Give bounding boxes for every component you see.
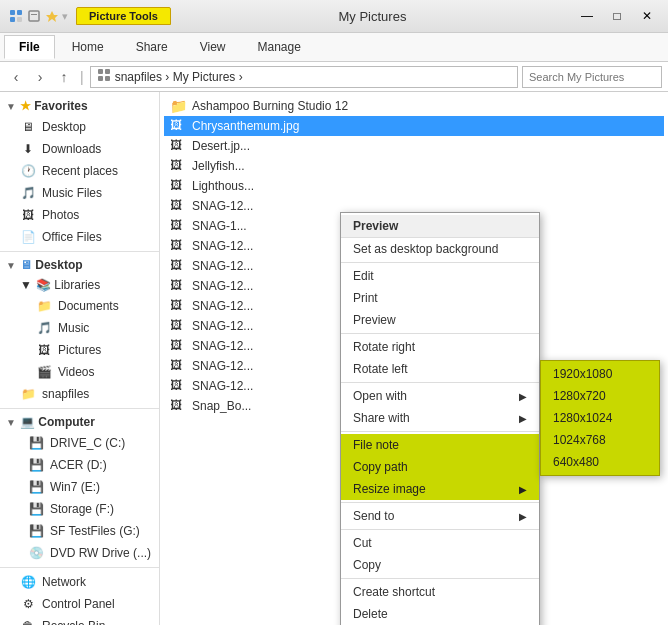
ctx-send-to[interactable]: Send to ▶	[341, 505, 539, 527]
image-icon: 🖼	[170, 278, 186, 294]
ctx-send-to-label: Send to	[353, 509, 394, 523]
file-name: Desert.jp...	[192, 139, 250, 153]
divider-1	[0, 251, 159, 252]
ctx-sep-1	[341, 262, 539, 263]
downloads-icon: ⬇	[20, 141, 36, 157]
submenu-item-720[interactable]: 1280x720	[541, 385, 659, 407]
title-bar-tools: ▾	[8, 8, 68, 24]
sidebar-item-network[interactable]: 🌐 Network	[0, 571, 159, 593]
drive-f-label: Storage (F:)	[50, 502, 114, 516]
libraries-icon: 📚	[36, 278, 51, 292]
ctx-edit[interactable]: Edit	[341, 265, 539, 287]
sidebar-item-drive-e[interactable]: 💾 Win7 (E:)	[0, 476, 159, 498]
titlebar-icon-2	[26, 8, 42, 24]
svg-rect-10	[105, 76, 110, 81]
picture-tools-tab: Picture Tools	[76, 7, 171, 25]
sidebar-item-pictures-lib[interactable]: 🖼 Pictures	[0, 339, 159, 361]
sidebar-item-drive-d[interactable]: 💾 ACER (D:)	[0, 454, 159, 476]
network-icon: 🌐	[20, 574, 36, 590]
file-item-desert[interactable]: 🖼 Desert.jp...	[164, 136, 664, 156]
tab-view[interactable]: View	[185, 35, 241, 59]
sidebar-item-snapfiles[interactable]: 📁 snapfiles	[0, 383, 159, 405]
sidebar-item-recent[interactable]: 🕐 Recent places	[0, 160, 159, 182]
ctx-resize-image[interactable]: Resize image ▶	[341, 478, 539, 500]
maximize-button[interactable]: □	[604, 7, 630, 25]
folder-icon: 📁	[170, 98, 186, 114]
ctx-file-note[interactable]: File note	[341, 434, 539, 456]
dvd-label: DVD RW Drive (...)	[50, 546, 151, 560]
svg-rect-0	[10, 10, 15, 15]
sidebar-item-recycle-bin[interactable]: 🗑 Recycle Bin	[0, 615, 159, 625]
sidebar-item-desktop[interactable]: 🖥 Desktop	[0, 116, 159, 138]
address-path[interactable]: snapfiles › My Pictures ›	[90, 66, 518, 88]
sidebar-item-music-lib[interactable]: 🎵 Music	[0, 317, 159, 339]
file-item-lighthouse[interactable]: 🖼 Lighthous...	[164, 176, 664, 196]
drive-d-label: ACER (D:)	[50, 458, 107, 472]
sidebar-item-documents[interactable]: 📁 Documents	[0, 295, 159, 317]
ctx-create-shortcut[interactable]: Create shortcut	[341, 581, 539, 603]
file-name: Lighthous...	[192, 179, 254, 193]
resize-submenu: 1920x1080 1280x720 1280x1024 1024x768 64…	[540, 360, 660, 476]
computer-header[interactable]: ▼ 💻 Computer	[0, 412, 159, 432]
file-item-jellyfish[interactable]: 🖼 Jellyfish...	[164, 156, 664, 176]
ctx-copy[interactable]: Copy	[341, 554, 539, 576]
ctx-print[interactable]: Print	[341, 287, 539, 309]
drive-d-icon: 💾	[28, 457, 44, 473]
file-name: SNAG-12...	[192, 299, 253, 313]
music-label: Music Files	[42, 186, 102, 200]
sidebar-item-libraries[interactable]: ▼ 📚 Libraries	[0, 275, 159, 295]
computer-icon: 💻	[20, 415, 35, 429]
sidebar-item-control-panel[interactable]: ⚙ Control Panel	[0, 593, 159, 615]
close-button[interactable]: ✕	[634, 7, 660, 25]
sidebar-item-drive-g[interactable]: 💾 SF TestFiles (G:)	[0, 520, 159, 542]
submenu-item-1024h[interactable]: 1280x1024	[541, 407, 659, 429]
ribbon: File Home Share View Manage	[0, 33, 668, 62]
submenu-item-1080[interactable]: 1920x1080	[541, 363, 659, 385]
ctx-preview[interactable]: Preview	[341, 309, 539, 331]
ctx-open-with[interactable]: Open with ▶	[341, 385, 539, 407]
back-button[interactable]: ‹	[6, 67, 26, 87]
forward-button[interactable]: ›	[30, 67, 50, 87]
submenu-item-768[interactable]: 1024x768	[541, 429, 659, 451]
sidebar-item-downloads[interactable]: ⬇ Downloads	[0, 138, 159, 160]
sidebar-item-dvd[interactable]: 💿 DVD RW Drive (...)	[0, 542, 159, 564]
svg-rect-7	[98, 69, 103, 74]
music-icon: 🎵	[20, 185, 36, 201]
sidebar-item-videos-lib[interactable]: 🎬 Videos	[0, 361, 159, 383]
ctx-set-desktop[interactable]: Set as desktop background	[341, 238, 539, 260]
sidebar-item-office[interactable]: 📄 Office Files	[0, 226, 159, 248]
file-name: Chrysanthemum.jpg	[192, 119, 299, 133]
ctx-cut[interactable]: Cut	[341, 532, 539, 554]
image-icon: 🖼	[170, 198, 186, 214]
up-button[interactable]: ↑	[54, 67, 74, 87]
drive-e-label: Win7 (E:)	[50, 480, 100, 494]
sidebar-item-music[interactable]: 🎵 Music Files	[0, 182, 159, 204]
favorites-header[interactable]: ▼ ★ Favorites	[0, 96, 159, 116]
favorites-label: Favorites	[34, 99, 87, 113]
ctx-share-with[interactable]: Share with ▶	[341, 407, 539, 429]
svg-rect-3	[17, 17, 22, 22]
search-input[interactable]	[522, 66, 662, 88]
tab-manage[interactable]: Manage	[243, 35, 316, 59]
ctx-rotate-right[interactable]: Rotate right	[341, 336, 539, 358]
sidebar-item-drive-f[interactable]: 💾 Storage (F:)	[0, 498, 159, 520]
file-item-chrysanthemum[interactable]: 🖼 Chrysanthemum.jpg	[164, 116, 664, 136]
file-name: SNAG-12...	[192, 359, 253, 373]
svg-rect-8	[105, 69, 110, 74]
favorites-star-icon: ★	[20, 99, 31, 113]
recycle-bin-label: Recycle Bin	[42, 619, 105, 625]
tab-file[interactable]: File	[4, 35, 55, 59]
sidebar-item-photos[interactable]: 🖼 Photos	[0, 204, 159, 226]
submenu-item-480[interactable]: 640x480	[541, 451, 659, 473]
minimize-button[interactable]: —	[574, 7, 600, 25]
ctx-rotate-left[interactable]: Rotate left	[341, 358, 539, 380]
ctx-delete[interactable]: Delete	[341, 603, 539, 625]
office-label: Office Files	[42, 230, 102, 244]
tab-share[interactable]: Share	[121, 35, 183, 59]
divider-3	[0, 567, 159, 568]
sidebar-item-drive-c[interactable]: 💾 DRIVE_C (C:)	[0, 432, 159, 454]
tab-home[interactable]: Home	[57, 35, 119, 59]
file-item-folder[interactable]: 📁 Ashampoo Burning Studio 12	[164, 96, 664, 116]
desktop-header[interactable]: ▼ 🖥 Desktop	[0, 255, 159, 275]
ctx-copy-path[interactable]: Copy path	[341, 456, 539, 478]
